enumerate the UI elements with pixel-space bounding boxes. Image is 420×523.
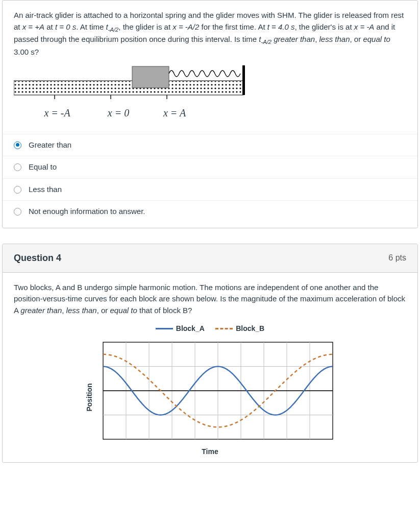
answer-equal-to[interactable]: Equal to xyxy=(3,156,417,179)
q4-prompt: Two blocks, A and B undergo simple harmo… xyxy=(14,282,406,317)
airtrack-diagram: x = -A x = 0 x = A xyxy=(14,65,406,121)
question-title: Question 4 xyxy=(14,251,61,265)
answer-label: Not enough information to answer. xyxy=(29,206,145,218)
question-4-body: Two blocks, A and B undergo simple harmo… xyxy=(3,273,417,463)
answer-label: Less than xyxy=(29,184,62,196)
svg-rect-3 xyxy=(132,66,169,88)
axis-zero: x = 0 xyxy=(90,105,146,121)
question-3-body: An air-track glider is attached to a hor… xyxy=(3,1,417,228)
question-4-header: Question 4 6 pts xyxy=(3,244,417,273)
svg-rect-4 xyxy=(242,65,245,95)
answer-not-enough-info[interactable]: Not enough information to answer. xyxy=(3,201,417,223)
legend-label-b: Block_B xyxy=(236,324,264,332)
chart-xlabel: Time xyxy=(72,446,348,457)
question-3-card: An air-track glider is attached to a hor… xyxy=(2,0,418,228)
axis-neg-A: x = -A xyxy=(24,105,90,121)
chart-ylabel: Position xyxy=(84,383,95,411)
question-4-card: Question 4 6 pts Two blocks, A and B und… xyxy=(2,244,418,463)
axis-labels: x = -A x = 0 x = A xyxy=(14,105,406,121)
answer-less-than[interactable]: Less than xyxy=(3,179,417,201)
chart-wrap: Block_A Block_B Position Time xyxy=(14,323,406,457)
legend-label-a: Block_A xyxy=(176,324,205,332)
radio-icon xyxy=(14,186,21,194)
radio-icon xyxy=(14,208,21,216)
legend-line-b-icon xyxy=(215,328,233,329)
q3-prompt: An air-track glider is attached to a hor… xyxy=(14,10,406,58)
legend-line-a-icon xyxy=(156,328,173,329)
position-vs-time-chart xyxy=(83,337,338,444)
airtrack-svg xyxy=(14,65,249,101)
radio-icon xyxy=(14,163,21,171)
chart-container: Position Time xyxy=(72,337,348,457)
answer-greater-than[interactable]: Greater than xyxy=(3,134,417,157)
q3-answers: Greater than Equal to Less than Not enou… xyxy=(3,134,417,223)
question-points: 6 pts xyxy=(388,252,406,264)
answer-label: Greater than xyxy=(29,139,71,151)
svg-rect-2 xyxy=(14,81,243,94)
radio-icon xyxy=(14,141,21,149)
axis-pos-A: x = A xyxy=(146,105,203,121)
chart-legend: Block_A Block_B xyxy=(14,323,406,334)
answer-label: Equal to xyxy=(29,161,57,173)
